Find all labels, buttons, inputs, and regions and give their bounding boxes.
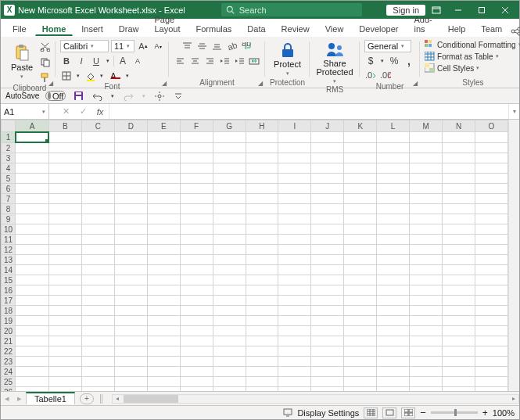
cell[interactable] bbox=[81, 153, 114, 163]
sheet-nav-prev-button[interactable]: ◂ bbox=[1, 393, 13, 404]
column-header[interactable]: I bbox=[278, 120, 311, 132]
cell[interactable] bbox=[344, 296, 377, 306]
cell[interactable] bbox=[278, 265, 311, 275]
cell[interactable] bbox=[81, 255, 114, 265]
cell[interactable] bbox=[410, 132, 443, 143]
cell[interactable] bbox=[311, 296, 344, 306]
cell[interactable] bbox=[377, 153, 410, 163]
cell[interactable] bbox=[81, 224, 114, 235]
cell[interactable] bbox=[377, 275, 410, 285]
cell[interactable] bbox=[213, 194, 246, 204]
cell[interactable] bbox=[213, 245, 246, 255]
name-box[interactable]: A1▾ bbox=[1, 104, 49, 119]
cell[interactable] bbox=[311, 143, 344, 153]
cell[interactable] bbox=[475, 285, 507, 296]
cell[interactable] bbox=[311, 163, 344, 174]
font-color-button[interactable]: A bbox=[107, 70, 120, 82]
cell[interactable] bbox=[344, 265, 377, 275]
cell[interactable] bbox=[278, 285, 311, 296]
cell[interactable] bbox=[180, 235, 213, 245]
align-right-button[interactable] bbox=[203, 55, 216, 67]
cell[interactable] bbox=[311, 285, 344, 296]
row-header[interactable]: 22 bbox=[2, 346, 16, 357]
cell[interactable] bbox=[81, 316, 114, 326]
cell[interactable] bbox=[311, 357, 344, 367]
cell[interactable] bbox=[410, 224, 443, 235]
cell[interactable] bbox=[475, 194, 507, 204]
cell[interactable] bbox=[213, 326, 246, 336]
cell[interactable] bbox=[443, 346, 475, 357]
tab-team[interactable]: Team bbox=[474, 20, 509, 36]
cell[interactable] bbox=[278, 367, 311, 377]
cell[interactable] bbox=[213, 316, 246, 326]
cell[interactable] bbox=[475, 316, 507, 326]
cell[interactable] bbox=[114, 316, 147, 326]
cell[interactable] bbox=[278, 204, 311, 214]
cell[interactable] bbox=[443, 357, 475, 367]
new-sheet-button[interactable]: + bbox=[80, 393, 94, 404]
cell[interactable] bbox=[410, 204, 443, 214]
cell[interactable] bbox=[147, 174, 180, 184]
cell[interactable] bbox=[246, 245, 278, 255]
wrap-text-button[interactable]: ab bbox=[241, 40, 253, 52]
cell[interactable] bbox=[213, 204, 246, 214]
cell[interactable] bbox=[410, 153, 443, 163]
fill-more-icon[interactable]: ▾ bbox=[99, 70, 105, 82]
cell[interactable] bbox=[15, 184, 48, 194]
spreadsheet-grid[interactable]: ABCDEFGHIJKLMNO1234567891011121314151617… bbox=[1, 120, 519, 391]
row-header[interactable]: 25 bbox=[2, 377, 16, 387]
cell[interactable] bbox=[114, 143, 147, 153]
cell[interactable] bbox=[377, 367, 410, 377]
column-header[interactable]: K bbox=[344, 120, 377, 132]
cell[interactable] bbox=[15, 224, 48, 235]
cell[interactable] bbox=[213, 357, 246, 367]
cell[interactable] bbox=[114, 346, 147, 357]
cell[interactable] bbox=[443, 204, 475, 214]
cell[interactable] bbox=[180, 357, 213, 367]
cell[interactable] bbox=[180, 153, 213, 163]
borders-more-icon[interactable]: ▾ bbox=[75, 70, 81, 82]
cell[interactable] bbox=[15, 174, 48, 184]
row-header[interactable]: 17 bbox=[2, 296, 16, 306]
cell[interactable] bbox=[443, 275, 475, 285]
protect-button[interactable]: Protect▾ bbox=[274, 41, 301, 77]
cell[interactable] bbox=[344, 132, 377, 143]
cell[interactable] bbox=[377, 132, 410, 143]
cell[interactable] bbox=[180, 285, 213, 296]
sheet-nav-next-button[interactable]: ▸ bbox=[13, 393, 26, 404]
cell[interactable] bbox=[81, 174, 114, 184]
percent-button[interactable]: % bbox=[388, 55, 400, 67]
tab-view[interactable]: View bbox=[318, 20, 351, 36]
cell[interactable] bbox=[180, 143, 213, 153]
cell[interactable] bbox=[443, 163, 475, 174]
cell[interactable] bbox=[278, 214, 311, 224]
cell[interactable] bbox=[344, 285, 377, 296]
row-header[interactable]: 13 bbox=[2, 255, 16, 265]
cell[interactable] bbox=[410, 306, 443, 316]
maximize-button[interactable] bbox=[471, 1, 493, 19]
row-header[interactable]: 16 bbox=[2, 285, 16, 296]
cell[interactable] bbox=[15, 387, 48, 392]
column-header[interactable]: O bbox=[475, 120, 507, 132]
cell[interactable] bbox=[344, 336, 377, 346]
column-header[interactable]: H bbox=[246, 120, 278, 132]
cell[interactable] bbox=[475, 357, 507, 367]
share-protected-button[interactable]: Share Protected ▾ bbox=[314, 40, 355, 85]
cell[interactable] bbox=[344, 367, 377, 377]
row-header[interactable]: 1 bbox=[2, 132, 16, 143]
italic-button[interactable]: I bbox=[75, 55, 88, 67]
font-size-select[interactable]: 11▾ bbox=[111, 40, 134, 52]
cell[interactable] bbox=[246, 367, 278, 377]
cell-styles-button[interactable]: Cell Styles▾ bbox=[425, 63, 479, 73]
zoom-level[interactable]: 100% bbox=[493, 408, 515, 418]
cell[interactable] bbox=[81, 163, 114, 174]
cell[interactable] bbox=[278, 153, 311, 163]
cell[interactable] bbox=[246, 275, 278, 285]
dialog-launcher-icon[interactable]: ◢ bbox=[47, 80, 54, 87]
cell[interactable] bbox=[48, 336, 81, 346]
cell[interactable] bbox=[147, 336, 180, 346]
tab-home[interactable]: Home bbox=[35, 20, 74, 36]
cell[interactable] bbox=[246, 306, 278, 316]
cell[interactable] bbox=[114, 265, 147, 275]
cell[interactable] bbox=[48, 255, 81, 265]
